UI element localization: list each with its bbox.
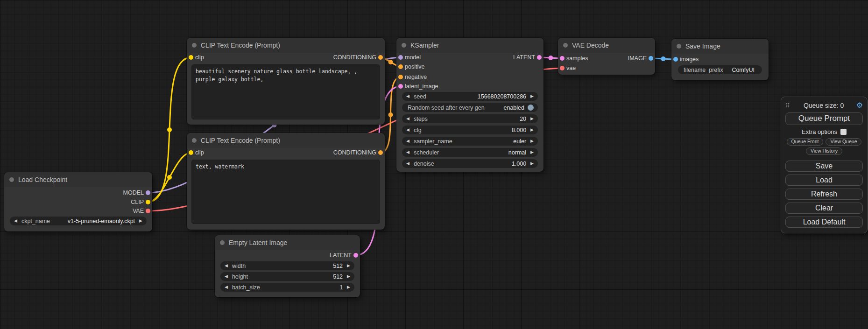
input-slot-label: negative bbox=[405, 74, 427, 80]
decrement-arrow-icon[interactable]: ◀ bbox=[406, 150, 409, 154]
increment-arrow-icon[interactable]: ▶ bbox=[530, 128, 534, 132]
clear-button[interactable]: Clear bbox=[785, 203, 863, 214]
widget-random-seed-toggle[interactable]: Random seed after every gen enabled bbox=[402, 103, 538, 112]
view-history-button[interactable]: View History bbox=[806, 147, 842, 155]
input-slot-label: images bbox=[680, 56, 699, 63]
load-button[interactable]: Load bbox=[785, 175, 863, 186]
output-slot-clip: CLIP bbox=[4, 197, 152, 207]
widget-label: cfg bbox=[414, 127, 422, 133]
prompt-textarea[interactable]: text, watermark bbox=[191, 160, 380, 224]
decrement-arrow-icon[interactable]: ◀ bbox=[225, 264, 228, 268]
decrement-arrow-icon[interactable]: ◀ bbox=[406, 94, 409, 98]
collapse-dot-icon[interactable] bbox=[192, 43, 197, 48]
widget-label: batch_size bbox=[232, 284, 260, 291]
queue-front-button[interactable]: Queue Front bbox=[787, 138, 824, 146]
input-slot-label: model bbox=[405, 54, 421, 61]
decrement-arrow-icon[interactable]: ◀ bbox=[406, 161, 409, 166]
widget-batch-size[interactable]: ◀ batch_size 1 ▶ bbox=[220, 283, 354, 292]
input-slot-label: clip bbox=[195, 149, 204, 156]
drag-handle-icon[interactable]: ⠿ bbox=[785, 102, 790, 109]
prompt-textarea[interactable]: beautiful scenery nature glass bottle la… bbox=[191, 64, 380, 119]
increment-arrow-icon[interactable]: ▶ bbox=[347, 274, 350, 279]
collapse-dot-icon[interactable] bbox=[9, 177, 14, 182]
widget-scheduler[interactable]: ◀ scheduler normal ▶ bbox=[402, 148, 538, 157]
increment-arrow-icon[interactable]: ▶ bbox=[347, 285, 350, 289]
view-queue-button[interactable]: View Queue bbox=[826, 138, 861, 146]
increment-arrow-icon[interactable]: ▶ bbox=[139, 219, 142, 223]
slot-dot-model-input[interactable] bbox=[398, 55, 403, 60]
slot-dot-positive-input[interactable] bbox=[398, 64, 403, 69]
increment-arrow-icon[interactable]: ▶ bbox=[530, 161, 534, 166]
settings-gear-icon[interactable]: ⚙ bbox=[856, 102, 863, 109]
slot-dot-clip-input[interactable] bbox=[189, 150, 193, 155]
node-title-bar: VAE Decode bbox=[558, 38, 655, 53]
slot-dot-conditioning-output[interactable] bbox=[378, 150, 383, 155]
node-title-bar: Load Checkpoint bbox=[4, 172, 152, 187]
slot-dot-clip-output[interactable] bbox=[146, 200, 150, 204]
widget-width[interactable]: ◀ width 512 ▶ bbox=[220, 261, 354, 270]
save-button[interactable]: Save bbox=[785, 161, 863, 172]
widget-filename-prefix[interactable]: filename_prefix ComfyUI bbox=[678, 65, 762, 74]
slot-dot-latent-output[interactable] bbox=[537, 55, 542, 60]
node-clip-text-encode-positive[interactable]: CLIP Text Encode (Prompt) clip CONDITION… bbox=[187, 38, 385, 125]
slot-dot-image-output[interactable] bbox=[649, 56, 653, 61]
node-clip-text-encode-negative[interactable]: CLIP Text Encode (Prompt) clip CONDITION… bbox=[187, 133, 385, 230]
decrement-arrow-icon[interactable]: ◀ bbox=[406, 139, 409, 143]
widget-label: width bbox=[232, 263, 246, 269]
toggle-knob-icon[interactable] bbox=[528, 105, 534, 111]
slot-dot-vae-input[interactable] bbox=[560, 66, 565, 70]
node-graph-canvas[interactable]: Load Checkpoint MODEL CLIP VAE ◀ ckpt_na… bbox=[0, 0, 868, 329]
collapse-dot-icon[interactable] bbox=[402, 43, 406, 48]
decrement-arrow-icon[interactable]: ◀ bbox=[14, 219, 17, 223]
collapse-dot-icon[interactable] bbox=[563, 43, 568, 48]
node-load-checkpoint[interactable]: Load Checkpoint MODEL CLIP VAE ◀ ckpt_na… bbox=[4, 172, 152, 231]
increment-arrow-icon[interactable]: ▶ bbox=[347, 264, 350, 268]
decrement-arrow-icon[interactable]: ◀ bbox=[225, 285, 228, 289]
slot-dot-model-output[interactable] bbox=[146, 190, 150, 195]
output-slot-label: LATENT bbox=[330, 252, 352, 259]
slot-dot-conditioning-output[interactable] bbox=[378, 55, 383, 60]
node-vae-decode[interactable]: VAE Decode samples IMAGE vae bbox=[558, 38, 655, 75]
widget-sampler-name[interactable]: ◀ sampler_name euler ▶ bbox=[402, 137, 538, 146]
node-save-image[interactable]: Save Image images filename_prefix ComfyU… bbox=[671, 39, 769, 80]
widget-value: 1.000 bbox=[512, 161, 526, 167]
wire-midpoint-dot bbox=[388, 60, 393, 64]
input-slot-vae: vae bbox=[558, 63, 655, 73]
collapse-dot-icon[interactable] bbox=[192, 138, 197, 143]
widget-ckpt-name[interactable]: ◀ ckpt_name v1-5-pruned-emaonly.ckpt ▶ bbox=[10, 217, 147, 225]
collapse-dot-icon[interactable] bbox=[220, 240, 225, 245]
increment-arrow-icon[interactable]: ▶ bbox=[530, 94, 534, 98]
refresh-button[interactable]: Refresh bbox=[785, 189, 863, 200]
node-title: Save Image bbox=[685, 42, 720, 50]
widget-height[interactable]: ◀ height 512 ▶ bbox=[220, 272, 354, 281]
widget-label: scheduler bbox=[414, 149, 439, 156]
increment-arrow-icon[interactable]: ▶ bbox=[530, 117, 534, 121]
slot-dot-vae-output[interactable] bbox=[146, 209, 150, 213]
slot-dot-latent-output[interactable] bbox=[353, 253, 358, 258]
collapse-dot-icon[interactable] bbox=[677, 44, 681, 49]
widget-value: 512 bbox=[333, 273, 343, 280]
widget-denoise[interactable]: ◀ denoise 1.000 ▶ bbox=[402, 159, 538, 168]
slot-dot-negative-input[interactable] bbox=[398, 75, 403, 79]
node-empty-latent-image[interactable]: Empty Latent Image LATENT ◀ width 512 ▶ … bbox=[215, 235, 360, 297]
queue-prompt-button[interactable]: Queue Prompt bbox=[785, 112, 863, 125]
slot-dot-samples-input[interactable] bbox=[560, 56, 565, 61]
slot-dot-clip-input[interactable] bbox=[189, 55, 193, 60]
increment-arrow-icon[interactable]: ▶ bbox=[530, 139, 534, 143]
extra-options-checkbox[interactable] bbox=[840, 129, 847, 135]
decrement-arrow-icon[interactable]: ◀ bbox=[225, 274, 228, 279]
slot-dot-latent-input[interactable] bbox=[398, 84, 403, 89]
widget-value: normal bbox=[508, 149, 526, 156]
widget-label: ckpt_name bbox=[21, 218, 50, 224]
widget-cfg[interactable]: ◀ cfg 8.000 ▶ bbox=[402, 126, 538, 134]
decrement-arrow-icon[interactable]: ◀ bbox=[406, 117, 409, 121]
menu-spacer bbox=[785, 157, 863, 161]
decrement-arrow-icon[interactable]: ◀ bbox=[406, 128, 409, 132]
load-default-button[interactable]: Load Default bbox=[785, 217, 863, 228]
widget-steps[interactable]: ◀ steps 20 ▶ bbox=[402, 114, 538, 123]
widget-seed[interactable]: ◀ seed 156680208700286 ▶ bbox=[402, 92, 538, 101]
node-title-bar: CLIP Text Encode (Prompt) bbox=[187, 38, 385, 53]
slot-dot-images-input[interactable] bbox=[673, 57, 678, 62]
increment-arrow-icon[interactable]: ▶ bbox=[530, 150, 534, 154]
node-ksampler[interactable]: KSampler model LATENT positive negative … bbox=[396, 38, 543, 172]
